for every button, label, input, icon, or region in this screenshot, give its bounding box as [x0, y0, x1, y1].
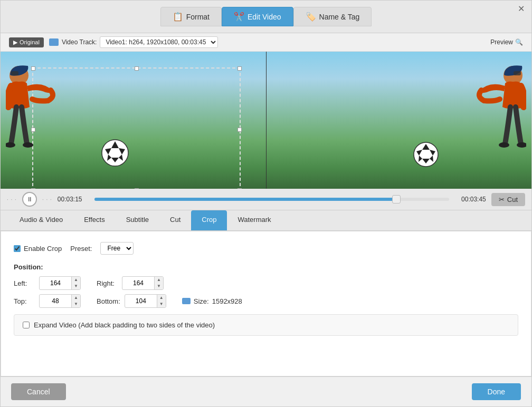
- position-section: Position: Left: ▲ ▼ Right:: [14, 263, 518, 308]
- right-spin-down[interactable]: ▼: [155, 283, 163, 289]
- tab-edit-video-label: Edit Video: [248, 13, 281, 21]
- size-display: Size: 1592x928: [182, 297, 242, 305]
- right-field-group: Right: ▲ ▼: [97, 276, 164, 290]
- tab-subtitle[interactable]: Subtitle: [116, 210, 159, 230]
- right-input-wrap: ▲ ▼: [122, 276, 164, 290]
- top-label: Top:: [14, 297, 35, 305]
- svg-rect-12: [514, 71, 521, 75]
- tab-audio-video[interactable]: Audio & Video: [9, 210, 73, 230]
- dots-left: · · ·: [7, 197, 17, 202]
- soccer-ball-left: [101, 139, 130, 168]
- tab-name-tag[interactable]: 🏷️ Name & Tag: [293, 7, 372, 26]
- top-field-group: Top: ▲ ▼: [14, 294, 81, 308]
- preview-label: Preview 🔍: [490, 38, 523, 46]
- expand-video-checkbox[interactable]: [23, 322, 30, 328]
- dots-right: · · ·: [42, 197, 52, 202]
- top-input-wrap: ▲ ▼: [39, 294, 81, 308]
- skydiver-right-figure: [476, 60, 526, 181]
- tab-effects[interactable]: Effects: [73, 210, 116, 230]
- size-value: 1592x928: [212, 297, 242, 305]
- tab-format[interactable]: 📋 Format: [160, 7, 222, 26]
- time-current: 00:03:15: [58, 196, 89, 203]
- position-title: Position:: [14, 263, 518, 271]
- cut-icon: ✂: [499, 196, 505, 204]
- top-spinners: ▲ ▼: [71, 295, 80, 307]
- search-icon: 🔍: [515, 38, 523, 46]
- bottom-spin-down[interactable]: ▼: [157, 301, 166, 307]
- expand-video-label: Expand Video (Add black padding to two s…: [34, 321, 215, 329]
- size-label: Size:: [194, 297, 209, 305]
- left-spin-up[interactable]: ▲: [72, 277, 80, 283]
- video-track-bar: ▶ Original Video Track: Video1: h264, 19…: [1, 33, 531, 52]
- right-label: Right:: [97, 279, 118, 287]
- right-spinners: ▲ ▼: [154, 277, 163, 289]
- progress-fill: [94, 198, 400, 201]
- main-window: 📋 Format ✂️ Edit Video 🏷️ Name & Tag ✕ ▶…: [0, 0, 532, 407]
- skydiver-left-figure: [6, 60, 56, 181]
- right-spin-up[interactable]: ▲: [155, 277, 163, 283]
- crop-enable-row: Enable Crop Preset: Free 16:9 4:3 1:1: [14, 242, 518, 255]
- playback-bar: · · · ⏸ · · · 00:03:15 00:03:45 ✂ Cut: [1, 189, 531, 210]
- right-input[interactable]: [122, 278, 154, 288]
- left-input-wrap: ▲ ▼: [39, 276, 81, 290]
- cancel-button[interactable]: Cancel: [11, 383, 66, 400]
- bottom-spin-up[interactable]: ▲: [157, 295, 166, 301]
- bottom-input-wrap: ▲ ▼: [125, 294, 166, 308]
- enable-crop-checkbox[interactable]: [14, 245, 21, 252]
- track-select[interactable]: Video1: h264, 1920x1080, 00:03:45: [100, 36, 218, 48]
- svg-point-13: [499, 142, 509, 148]
- done-button[interactable]: Done: [472, 383, 521, 400]
- pause-button[interactable]: ⏸: [22, 192, 37, 207]
- crop-panel: Enable Crop Preset: Free 16:9 4:3 1:1 Po…: [1, 231, 531, 376]
- position-row-2: Top: ▲ ▼ Bottom: ▲: [14, 294, 518, 308]
- svg-rect-1: [11, 71, 18, 75]
- bottom-field-group: Bottom: ▲ ▼: [97, 294, 166, 308]
- tab-edit-video[interactable]: ✂️ Edit Video: [222, 7, 293, 26]
- left-label: Left:: [14, 279, 35, 287]
- title-bar: 📋 Format ✂️ Edit Video 🏷️ Name & Tag ✕: [1, 1, 531, 33]
- left-spin-down[interactable]: ▼: [72, 283, 80, 289]
- bottom-label: Bottom:: [97, 297, 120, 305]
- tab-watermark[interactable]: Watermark: [227, 210, 281, 230]
- close-button[interactable]: ✕: [517, 5, 525, 13]
- tab-name-tag-label: Name & Tag: [319, 13, 360, 21]
- left-spinners: ▲ ▼: [71, 277, 80, 289]
- name-tag-icon: 🏷️: [306, 12, 316, 22]
- svg-point-3: [23, 142, 33, 148]
- soccer-ball-right: [413, 141, 439, 168]
- progress-bar[interactable]: [94, 198, 449, 201]
- expand-video-row: Expand Video (Add black padding to two s…: [14, 314, 518, 336]
- tab-cut[interactable]: Cut: [159, 210, 191, 230]
- enable-crop-checkbox-label[interactable]: Enable Crop: [14, 245, 62, 253]
- cut-label: Cut: [507, 196, 518, 204]
- preset-select[interactable]: Free 16:9 4:3 1:1: [100, 242, 134, 255]
- play-triangle: ▶: [13, 39, 17, 46]
- bottom-spinners: ▲ ▼: [157, 295, 166, 307]
- track-icon: [49, 38, 59, 46]
- main-tab-group: 📋 Format ✂️ Edit Video 🏷️ Name & Tag: [160, 7, 372, 26]
- edit-video-icon: ✂️: [234, 12, 244, 22]
- position-row-1: Left: ▲ ▼ Right: ▲: [14, 276, 518, 290]
- time-total: 00:03:45: [454, 196, 486, 203]
- bottom-bar: Cancel Done: [1, 376, 531, 406]
- video-preview: [267, 52, 532, 189]
- cut-button[interactable]: ✂ Cut: [491, 193, 525, 206]
- edit-tabs-bar: Audio & Video Effects Subtitle Cut Crop …: [1, 210, 531, 231]
- tab-format-label: Format: [186, 13, 210, 21]
- video-original: [1, 52, 267, 189]
- tab-crop[interactable]: Crop: [191, 210, 227, 230]
- bottom-input[interactable]: [125, 296, 157, 306]
- left-field-group: Left: ▲ ▼: [14, 276, 81, 290]
- top-input[interactable]: [40, 296, 71, 306]
- progress-thumb[interactable]: [392, 195, 401, 204]
- preset-label: Preset:: [70, 245, 92, 253]
- video-area: [1, 52, 531, 189]
- top-spin-down[interactable]: ▼: [72, 301, 80, 307]
- left-input[interactable]: [40, 278, 71, 288]
- video-track-label: Video Track: Video1: h264, 1920x1080, 00…: [49, 36, 218, 48]
- original-label: ▶ Original: [9, 37, 44, 47]
- format-icon: 📋: [173, 12, 183, 22]
- top-spin-up[interactable]: ▲: [72, 295, 80, 301]
- size-icon: [182, 298, 191, 304]
